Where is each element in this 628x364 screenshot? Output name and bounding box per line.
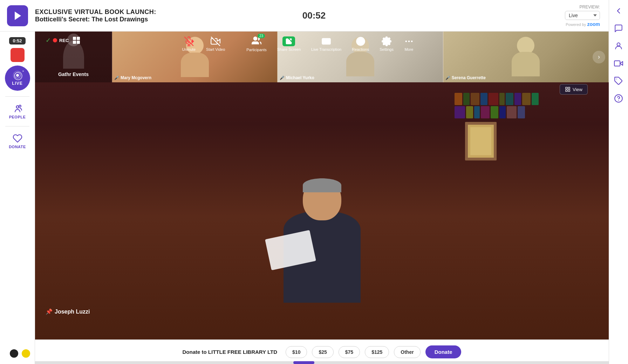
unmute-label: Unmute [182,47,196,51]
tag-icon [614,76,623,85]
svg-marker-2 [620,62,623,66]
tag-button[interactable] [611,74,626,88]
settings-button[interactable]: Settings [380,36,394,51]
logo-icon [11,9,24,22]
live-label: LIVE [12,81,23,86]
main-content: Gathr Events 🎤 Mary Mcgovern [35,32,609,364]
rec-indicator: ✓ REC [46,36,80,44]
broadcast-icon [614,59,623,68]
start-video-label: Start Video [206,47,225,51]
mic-icon-3: 🎤 [445,76,450,80]
reactions-label: Reactions [352,47,369,51]
yellow-swatch[interactable] [22,349,30,358]
donate-25-button[interactable]: $25 [312,346,333,358]
event-title-line1: EXCLUSIVE VIRTUAL BOOK LAUNCH: [35,8,565,16]
preview-select[interactable]: Live Preview [565,11,600,20]
donate-bar-label: Donate to LITTLE FREE LIBRARY LTD [183,349,278,355]
chat-button[interactable] [611,21,626,36]
next-thumbnail-button[interactable]: › [593,51,605,63]
participants-count: 23 [258,34,265,38]
rec-dot [53,38,57,42]
live-button[interactable]: LIVE [5,66,30,91]
share-screen-icon [285,38,292,45]
participant-thumbnail-3: 🎤 Serena Guerrette [443,32,609,82]
speaker-figure [261,175,383,315]
bottom-scrollbar[interactable] [35,361,609,364]
zoom-brand: zoom [587,21,600,27]
settings-icon [382,36,391,46]
grid-icon-small [73,37,80,44]
participant-name-1: 🎤 Mary Mcgovern [114,75,151,80]
back-button[interactable] [611,4,626,18]
live-timer: 0:52 [9,37,25,44]
preview-label: PREVIEW: [580,5,600,9]
svg-point-5 [615,95,622,102]
people-icon [13,104,22,114]
broadcast-button[interactable] [611,56,626,71]
more-button[interactable]: More [404,36,414,51]
unmute-chevron [189,36,198,46]
stop-button[interactable] [11,48,25,62]
video-container: Gathr Events 🎤 Mary Mcgovern [35,32,609,339]
donate-label: DONATE [9,145,26,149]
donate-125-button[interactable]: $125 [365,346,389,358]
speaker-mic-icon: 📌 [46,308,53,315]
profile-button[interactable] [611,39,626,53]
svg-point-11 [19,105,21,107]
header-title: EXCLUSIVE VIRTUAL BOOK LAUNCH: Botticell… [35,8,565,23]
main-speaker-area [35,82,609,315]
help-icon [614,94,623,103]
dark-swatch[interactable] [10,349,18,358]
more-icon [404,36,414,46]
right-sidebar [609,0,628,364]
participant-name-3: 🎤 Serena Guerrette [445,75,486,80]
divider-2 [5,126,29,126]
logo [7,5,28,26]
share-screen-button[interactable]: Share Screen [277,36,301,51]
top-header: EXCLUSIVE VIRTUAL BOOK LAUNCH: Botticell… [0,0,628,32]
color-swatches [10,349,30,358]
svg-rect-3 [614,61,620,66]
svg-point-30 [411,40,413,42]
event-title-line2: Botticelli's Secret: The Lost Drawings [35,16,565,23]
svg-point-10 [16,106,19,108]
donate-10-button[interactable]: $10 [286,346,307,358]
chat-icon [614,24,623,33]
people-label: PEOPLE [9,115,26,119]
donate-bar: Donate to LITTLE FREE LIBRARY LTD $10 $2… [35,339,609,364]
reactions-button[interactable]: Reactions [352,36,369,51]
more-label: More [404,47,413,51]
profile-icon [614,41,623,50]
participant-name-2: 🎤 Michael Yurko [280,75,314,80]
sidebar-people-button[interactable]: PEOPLE [0,101,35,122]
share-screen-icon-bg [282,36,295,46]
svg-point-29 [408,40,410,42]
donate-75-button[interactable]: $75 [339,346,360,358]
bookshelf-area [455,93,588,184]
start-video-button[interactable]: Start Video [206,36,225,51]
host-silhouette [63,41,84,69]
svg-point-7 [16,74,19,77]
scrollbar-thumb[interactable] [293,361,314,364]
live-transcription-button[interactable]: CC Live Transcription [311,36,341,51]
svg-point-21 [254,37,257,40]
participants-button[interactable]: 23 Participants [246,36,266,52]
unmute-button[interactable]: Unmute [182,36,196,51]
sidebar-donate-button[interactable]: DONATE [0,131,35,152]
video-off-icon [211,36,220,46]
chevron-left-icon [614,6,623,15]
help-button[interactable] [611,91,626,106]
verified-icon: ✓ [46,36,51,44]
svg-point-8 [15,73,20,78]
donate-other-button[interactable]: Other [394,346,420,358]
framed-picture [465,122,497,160]
speaker-name: Joseph Luzzi [55,309,90,315]
svg-point-28 [405,40,407,42]
cc-icon: CC [321,36,331,46]
mic-icon-2: 🎤 [280,76,285,80]
divider-1 [5,96,29,97]
rec-text: REC [59,38,69,43]
signal-icon [13,70,22,80]
donate-submit-button[interactable]: Donate [425,345,462,358]
participants-label: Participants [246,48,266,52]
